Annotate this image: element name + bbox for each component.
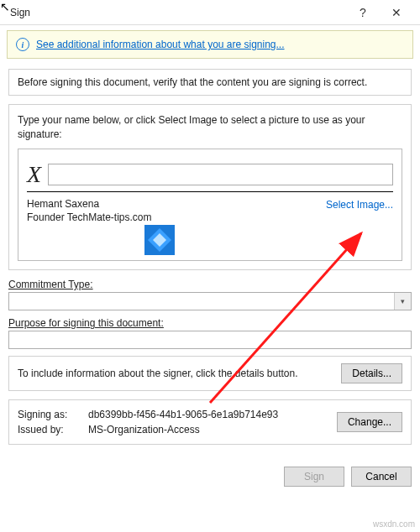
window-title: Sign <box>10 7 346 18</box>
select-image-link[interactable]: Select Image... <box>326 197 393 211</box>
purpose-input[interactable] <box>8 331 412 349</box>
issued-by-label: Issued by: <box>18 422 81 437</box>
info-icon: i <box>16 38 29 51</box>
info-bar: i See additional information about what … <box>7 30 413 59</box>
details-group: To include information about the signer,… <box>8 356 412 391</box>
signature-line <box>27 191 393 192</box>
commitment-label: Commitment Type: <box>8 279 92 290</box>
details-button[interactable]: Details... <box>341 363 402 383</box>
logo-icon <box>144 225 175 255</box>
identity-group: Signing as: db6399bb-f456-44b1-9065-6e1a… <box>8 399 412 445</box>
signature-input[interactable] <box>48 164 393 185</box>
signature-x-mark: X <box>27 161 41 188</box>
dialog-body: Before signing this document, verify tha… <box>0 64 420 462</box>
dialog-footer: Sign Cancel <box>0 462 420 495</box>
watermark: wsxdn.com <box>373 519 415 529</box>
change-button[interactable]: Change... <box>337 412 402 432</box>
help-icon: ? <box>360 6 366 19</box>
signature-instruction: Type your name below, or click Select Im… <box>18 113 402 142</box>
purpose-label: Purpose for signing this document: <box>8 317 164 329</box>
cancel-button[interactable]: Cancel <box>351 467 412 487</box>
verify-text: Before signing this document, verify tha… <box>18 76 402 88</box>
commitment-row: Commitment Type: ▾ <box>8 279 412 310</box>
verify-group: Before signing this document, verify tha… <box>8 69 412 96</box>
details-text: To include information about the signer,… <box>18 368 298 379</box>
signer-meta: Hemant Saxena Founder TechMate-tips.com <box>27 197 326 226</box>
titlebar: Sign ? ✕ <box>0 0 420 25</box>
commitment-select[interactable] <box>8 292 412 310</box>
info-link[interactable]: See additional information about what yo… <box>36 39 285 50</box>
close-button[interactable]: ✕ <box>380 0 413 25</box>
signing-as-value: db6399bb-f456-44b1-9065-6e1a9b714e93 <box>88 407 278 422</box>
signer-title: Founder TechMate-tips.com <box>27 211 326 225</box>
cursor-icon: ↖ <box>0 0 10 13</box>
sign-button[interactable]: Sign <box>284 467 344 487</box>
issued-by-value: MS-Organization-Access <box>88 422 200 437</box>
signing-as-label: Signing as: <box>18 407 81 422</box>
help-button[interactable]: ? <box>346 0 380 25</box>
close-icon: ✕ <box>391 6 402 19</box>
signature-group: Type your name below, or click Select Im… <box>8 104 412 270</box>
signature-area: X Hemant Saxena Founder TechMate-tips.co… <box>18 149 402 262</box>
signer-name: Hemant Saxena <box>27 197 326 211</box>
purpose-row: Purpose for signing this document: <box>8 317 412 349</box>
